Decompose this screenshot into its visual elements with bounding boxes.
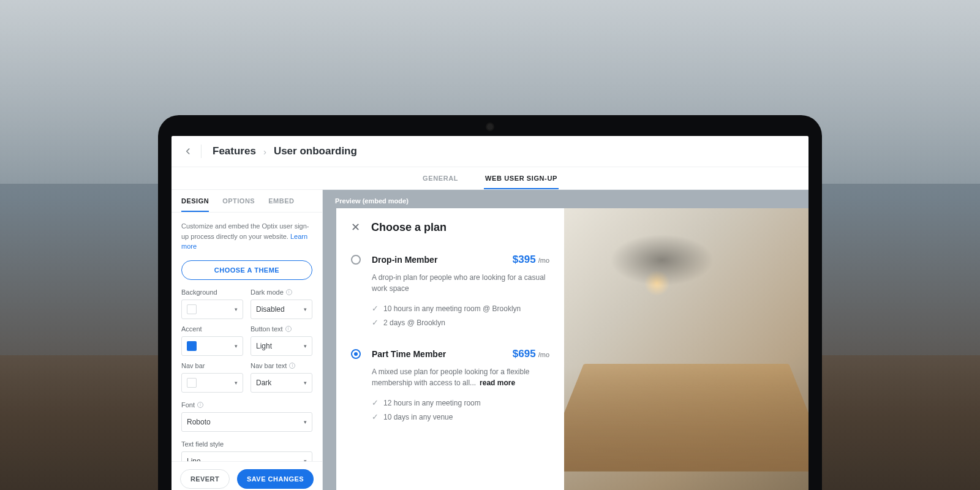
feature-text: 10 days in any venue	[383, 413, 453, 421]
plan-panel-title: Choose a plan	[371, 221, 447, 234]
field-navbar-text: Nav bar texti Dark ▾	[251, 362, 312, 393]
plan-option[interactable]: Part Time Member $695/mo A mixed use pla…	[351, 343, 549, 437]
check-icon: ✓	[372, 412, 379, 421]
feature-text: 12 hours in any meeting room	[383, 399, 481, 407]
laptop-camera	[487, 124, 493, 130]
editor-body: DESIGN OPTIONS EMBED Customize and embed…	[172, 190, 809, 490]
save-changes-button[interactable]: SAVE CHANGES	[237, 469, 314, 489]
preview-photo	[564, 208, 809, 490]
feature-text: 2 days @ Brooklyn	[383, 318, 445, 327]
check-icon: ✓	[372, 318, 379, 327]
plan-description: A drop-in plan for people who are lookin…	[372, 272, 549, 294]
plan-header-row: Part Time Member $695/mo	[372, 348, 549, 360]
accent-label: Accent	[181, 325, 243, 333]
chevron-down-icon: ▾	[304, 419, 307, 425]
field-background: Background ▾	[181, 288, 243, 319]
chevron-down-icon: ▾	[304, 458, 307, 462]
accent-select[interactable]: ▾	[181, 336, 243, 356]
accent-swatch	[187, 341, 197, 351]
navbar-select[interactable]: ▾	[181, 373, 243, 393]
dark-mode-select[interactable]: Disabled ▾	[251, 300, 312, 319]
chevron-down-icon: ▾	[304, 343, 307, 349]
vertical-divider	[201, 145, 202, 158]
design-sidebar: DESIGN OPTIONS EMBED Customize and embed…	[172, 190, 323, 490]
preview-stage: ✕ Choose a plan Drop-in Member $395/mo	[336, 208, 809, 490]
navbar-text-select[interactable]: Dark ▾	[251, 373, 312, 393]
sidebar-tab-embed[interactable]: EMBED	[268, 197, 294, 212]
tfs-select[interactable]: Line ▾	[181, 451, 312, 462]
button-text-label: Button texti	[251, 325, 312, 333]
plan-body: Part Time Member $695/mo A mixed use pla…	[372, 348, 549, 424]
field-accent: Accent ▾	[181, 325, 243, 356]
font-label-text: Font	[181, 401, 195, 409]
breadcrumb-bar: Features › User onboarding	[172, 136, 809, 167]
tfs-label: Text field style	[181, 440, 312, 448]
plan-panel: ✕ Choose a plan Drop-in Member $395/mo	[336, 208, 564, 490]
button-text-label-text: Button text	[251, 325, 283, 333]
button-text-select[interactable]: Light ▾	[251, 336, 312, 356]
background-label: Background	[181, 288, 243, 296]
info-icon[interactable]: i	[286, 289, 292, 295]
tab-general[interactable]: GENERAL	[421, 167, 459, 189]
font-value: Roboto	[187, 418, 211, 426]
plan-feature: ✓12 hours in any meeting room	[372, 396, 549, 410]
plan-body: Drop-in Member $395/mo A drop-in plan fo…	[372, 254, 549, 330]
sidebar-tab-options[interactable]: OPTIONS	[222, 197, 255, 212]
back-arrow-icon[interactable]	[183, 146, 194, 157]
plan-price-per: /mo	[538, 257, 549, 264]
button-text-value: Light	[256, 342, 272, 350]
chevron-down-icon: ▾	[235, 343, 238, 349]
background-select[interactable]: ▾	[181, 300, 243, 319]
plan-feature: ✓2 days @ Brooklyn	[372, 315, 549, 330]
plan-radio[interactable]	[351, 349, 361, 359]
plan-price-per: /mo	[538, 351, 549, 358]
check-icon: ✓	[372, 304, 379, 313]
chevron-down-icon: ▾	[304, 306, 307, 312]
preview-area: Preview (embed mode) ✕ Choose a plan	[323, 190, 809, 490]
plan-header-row: Drop-in Member $395/mo	[372, 254, 549, 266]
field-dark-mode: Dark modei Disabled ▾	[251, 288, 312, 319]
navbar-text-value: Dark	[256, 379, 271, 387]
app-screen: Features › User onboarding GENERAL WEB U…	[172, 136, 809, 490]
navbar-label: Nav bar	[181, 362, 243, 369]
breadcrumb-current: User onboarding	[274, 145, 357, 157]
dark-mode-label-text: Dark mode	[251, 288, 284, 296]
background-swatch	[187, 304, 197, 314]
chevron-down-icon: ▾	[304, 380, 307, 386]
plan-price: $695	[513, 348, 536, 360]
field-text-field-style: Text field style Line ▾	[181, 440, 312, 462]
plan-features: ✓10 hours in any meeting room @ Brooklyn…	[372, 301, 549, 330]
font-label: Fonti	[181, 401, 312, 409]
info-icon[interactable]: i	[285, 326, 292, 332]
plan-option[interactable]: Drop-in Member $395/mo A drop-in plan fo…	[351, 249, 549, 343]
sidebar-tab-design[interactable]: DESIGN	[181, 197, 209, 212]
dark-mode-value: Disabled	[256, 305, 285, 314]
plan-description: A mixed use plan for people looking for …	[372, 366, 549, 388]
chevron-down-icon: ▾	[235, 306, 238, 312]
info-icon[interactable]: i	[197, 402, 203, 408]
plan-feature: ✓10 hours in any meeting room @ Brooklyn	[372, 301, 549, 315]
preview-label: Preview (embed mode)	[335, 197, 409, 205]
font-select[interactable]: Roboto ▾	[181, 412, 312, 432]
navbar-text-label: Nav bar texti	[251, 362, 312, 369]
navbar-text-label-text: Nav bar text	[251, 362, 287, 369]
info-icon[interactable]: i	[289, 363, 295, 369]
tfs-value: Line	[187, 457, 201, 462]
plan-radio[interactable]	[351, 255, 361, 265]
field-font: Fonti Roboto ▾	[181, 401, 312, 432]
field-button-text: Button texti Light ▾	[251, 325, 312, 356]
chevron-right-icon: ›	[263, 146, 266, 157]
choose-theme-button[interactable]: CHOOSE A THEME	[181, 260, 312, 280]
sidebar-footer: REVERT SAVE CHANGES	[172, 461, 322, 490]
read-more-link[interactable]: read more	[480, 379, 515, 387]
plan-name: Part Time Member	[372, 349, 446, 359]
dark-mode-label: Dark modei	[251, 288, 312, 296]
plan-name: Drop-in Member	[372, 255, 437, 265]
revert-button[interactable]: REVERT	[180, 469, 230, 489]
close-icon[interactable]: ✕	[351, 221, 360, 234]
header-tabs: GENERAL WEB USER SIGN-UP	[172, 167, 809, 190]
plan-panel-header: ✕ Choose a plan	[351, 221, 549, 234]
breadcrumb-parent[interactable]: Features	[213, 145, 256, 157]
sidebar-content: Customize and embed the Optix user sign-…	[172, 213, 322, 461]
tab-web-user-signup[interactable]: WEB USER SIGN-UP	[484, 167, 559, 189]
